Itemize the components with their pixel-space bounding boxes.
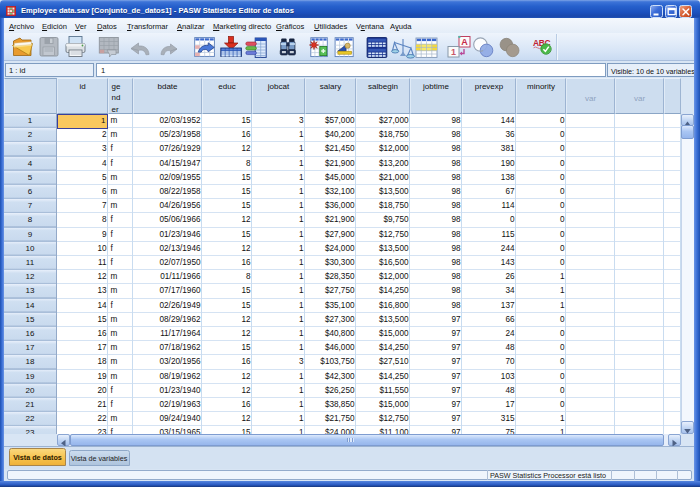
svg-text:A: A (461, 37, 468, 47)
svg-text:1: 1 (451, 47, 456, 57)
